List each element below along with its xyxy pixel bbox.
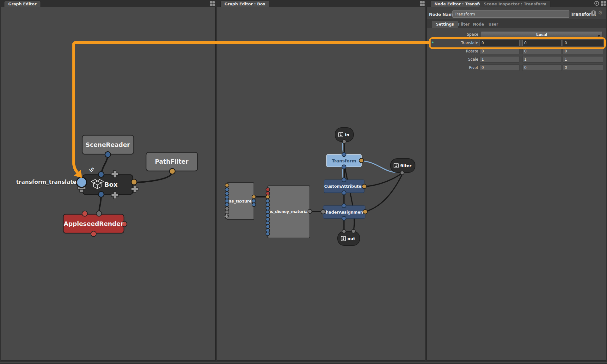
subtab-user[interactable]: User [484,21,502,28]
node-transform-label: Transform [332,158,356,163]
tab-graph-editor[interactable]: Graph Editor [4,1,41,7]
port-in-2[interactable] [352,229,355,233]
edge-pathfilter-box[interactable] [136,172,172,182]
edge-filter-shaderassignment[interactable] [366,174,402,211]
node-shader-assignment[interactable]: ShaderAssignment [321,204,367,221]
plug-handle-stem[interactable] [80,189,83,192]
port-in[interactable] [98,172,104,177]
subtab-user-label: User [488,22,498,27]
tab-scene-inspector-label: Scene Inspector : Transform [484,2,546,6]
translate-highlight-box [429,37,606,49]
port-in[interactable] [342,153,346,157]
box-in-port-label: in [88,166,95,173]
scale-x-field[interactable]: 1 [480,56,520,63]
node-transform[interactable]: Transform [327,153,364,169]
subtab-settings-label: Settings [436,22,454,27]
node-appleseed-render-label: AppleseedRender [64,220,124,227]
port-transform-translate[interactable] [77,177,87,187]
node-in-label: in [345,132,349,137]
rotate-z-field[interactable]: 0 [563,48,603,54]
node-shader-assignment-label: ShaderAssignment [323,210,365,215]
port-filter[interactable] [363,209,367,214]
node-out-label: out [347,236,355,241]
port-out[interactable] [342,140,346,143]
space-label: Space [429,32,478,38]
node-as-texture-label: as_texture [229,199,251,204]
node-appleseed-render[interactable]: AppleseedRender [63,211,127,237]
subtab-filter-label: Filter [458,22,469,27]
annotation-transform-translate-label: transform_translate [9,179,77,185]
pivot-label: Pivot [429,65,478,71]
port-in-1[interactable] [342,229,346,233]
space-dropdown[interactable]: Local ▼ [481,32,603,38]
node-as-texture[interactable]: as_texture [224,183,256,220]
pin-target-icon[interactable] [594,1,599,6]
node-box[interactable]: in Box [77,166,138,199]
rotate-label: Rotate [429,48,478,54]
port-in[interactable] [342,178,346,182]
port-out[interactable] [342,216,346,221]
port-in[interactable] [342,204,346,208]
node-name-label: Node Name [429,11,456,17]
tab-scene-inspector[interactable]: Scene Inspector : Transform [480,1,550,7]
node-path-filter-label: PathFilter [155,158,189,165]
pivot-z-field[interactable]: 0 [563,64,603,71]
scale-z-field[interactable]: 1 [563,56,603,63]
port-shader[interactable] [321,209,325,214]
node-scene-reader[interactable]: SceneReader [82,135,134,157]
node-as-disney-material-label: as_disney_material [268,209,309,214]
node-custom-attributes[interactable]: CustomAttributes [324,178,366,195]
rotate-y-field[interactable]: 0 [522,48,562,54]
tab-graph-editor-label: Graph Editor [8,2,37,6]
node-out[interactable]: out [338,229,360,246]
port-out[interactable] [400,171,404,175]
port-filter[interactable] [359,158,364,163]
port-in[interactable] [82,211,88,216]
edge-transform-ca-highlight [343,167,343,179]
node-box-label: Box [104,181,118,188]
port-out-bottom[interactable] [98,191,104,197]
port-in-scene[interactable] [96,211,102,216]
node-filter-label: filter [400,163,412,168]
scale-y-field[interactable]: 1 [522,56,562,63]
layout-grid-icon[interactable] [420,1,425,6]
tab-graph-editor-box-label: Graph Editor : Box [224,2,265,6]
space-value: Local [536,33,547,37]
scale-label: Scale [429,57,478,63]
port-out[interactable] [169,168,175,174]
layout-grid-icon[interactable] [601,1,606,6]
port-out[interactable] [342,165,346,169]
port-out[interactable] [342,191,346,195]
subtab-node-label: Node [473,22,484,27]
node-name-input[interactable]: Transform [452,10,569,18]
pivot-x-field[interactable]: 0 [480,64,520,71]
port-out[interactable] [105,152,111,157]
window-bottom-bar [0,362,607,363]
port-out[interactable] [91,231,96,237]
tab-graph-editor-box[interactable]: Graph Editor : Box [220,1,269,7]
node-custom-attributes-label: CustomAttributes [324,184,364,189]
layout-grid-icon[interactable] [210,1,215,6]
port-filter[interactable] [362,184,366,189]
info-icon[interactable]: i [591,10,596,16]
rotate-x-field[interactable]: 0 [480,48,520,54]
node-path-filter[interactable]: PathFilter [146,152,198,174]
settings-tab-content [427,28,606,360]
pivot-y-field[interactable]: 0 [522,64,562,71]
edge-through-out[interactable] [345,167,354,231]
graph-editor-box-canvas[interactable]: as_texture as_disney_material [217,7,425,361]
port-out[interactable] [131,179,137,185]
node-in[interactable]: in [335,128,353,143]
node-as-disney-material[interactable]: as_disney_material [266,186,312,238]
node-scene-reader-label: SceneReader [86,141,130,148]
gear-icon[interactable]: ⚙ [598,10,603,15]
